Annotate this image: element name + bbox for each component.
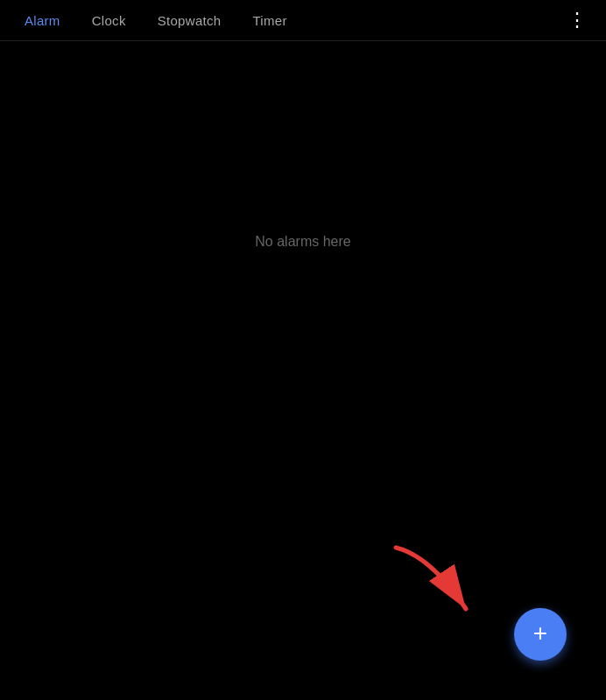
add-alarm-button[interactable]: + (514, 608, 567, 661)
main-content: No alarms here + (0, 41, 606, 700)
tab-clock[interactable]: Clock (76, 3, 142, 39)
empty-state-message: No alarms here (255, 234, 350, 250)
plus-icon: + (533, 621, 547, 646)
tab-alarm[interactable]: Alarm (9, 3, 76, 39)
arrow-annotation (378, 539, 492, 630)
more-options-icon[interactable]: ⋮ (559, 11, 597, 30)
tab-stopwatch[interactable]: Stopwatch (142, 3, 237, 39)
tab-timer[interactable]: Timer (236, 3, 302, 39)
nav-bar: Alarm Clock Stopwatch Timer ⋮ (0, 0, 606, 40)
